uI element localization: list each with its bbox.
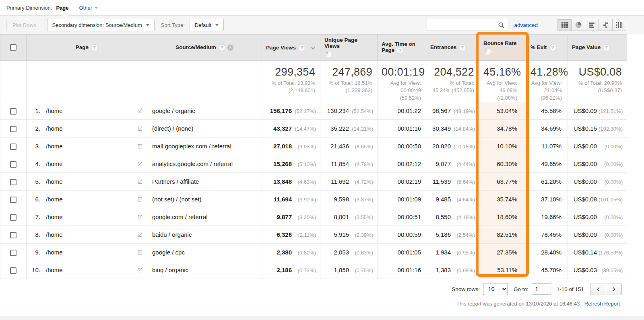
row-checkbox[interactable] bbox=[10, 214, 17, 221]
open-in-new-icon[interactable] bbox=[137, 250, 143, 255]
open-in-new-icon[interactable] bbox=[137, 161, 143, 167]
row-checkbox[interactable] bbox=[10, 250, 17, 256]
open-in-new-icon[interactable] bbox=[137, 197, 143, 202]
view-data-grid-button[interactable] bbox=[557, 19, 572, 31]
unique-page-views-pct: (0.83%) bbox=[349, 250, 373, 256]
entrances-cell: 30,349(14.84%) bbox=[426, 120, 479, 137]
unique-page-views-pct: (4.78%) bbox=[349, 161, 373, 167]
page-views-pct: (4.63%) bbox=[292, 179, 316, 185]
help-icon[interactable] bbox=[459, 44, 466, 51]
header-page-label: Page bbox=[76, 44, 89, 50]
row-checkbox[interactable] bbox=[10, 232, 17, 238]
page-cell: 10. /home bbox=[27, 261, 147, 279]
select-all-cell bbox=[0, 35, 27, 61]
header-page-value[interactable]: Page Value bbox=[568, 35, 627, 61]
help-icon[interactable] bbox=[298, 44, 305, 51]
help-icon[interactable] bbox=[397, 47, 404, 54]
row-checkbox[interactable] bbox=[10, 179, 17, 185]
row-checkbox-cell bbox=[0, 244, 27, 261]
bounce-rate-cell: 63.77% bbox=[479, 173, 526, 191]
help-icon[interactable] bbox=[484, 48, 491, 55]
row-checkbox[interactable] bbox=[10, 126, 17, 132]
percent-exit-cell: 45.58% bbox=[526, 102, 568, 120]
pie-chart-icon bbox=[575, 21, 582, 29]
table-row: 9. /home google / cpc 2,380(0.80%) 2,053… bbox=[0, 244, 627, 261]
header-entrances[interactable]: Entrances bbox=[426, 35, 479, 61]
help-icon[interactable] bbox=[325, 51, 332, 58]
header-avg-time-on-page[interactable]: Avg. Time on Page bbox=[378, 35, 426, 61]
help-icon[interactable] bbox=[549, 44, 556, 51]
page-link[interactable]: /home bbox=[46, 107, 63, 114]
view-percentage-button[interactable] bbox=[571, 19, 585, 31]
header-page-views[interactable]: Page Views bbox=[262, 35, 320, 61]
page-link[interactable]: /home bbox=[46, 267, 63, 273]
percent-exit-cell: 19.66% bbox=[526, 208, 568, 226]
unique-page-views-pct: (14.21%) bbox=[349, 126, 373, 132]
tab-page[interactable]: Page bbox=[56, 5, 68, 11]
sort-descending-icon[interactable] bbox=[310, 45, 316, 51]
next-page-button[interactable] bbox=[606, 283, 622, 295]
page-views-pct: (5.10%) bbox=[292, 161, 316, 167]
primary-dimension-label: Primary Dimension: bbox=[6, 5, 52, 11]
row-checkbox[interactable] bbox=[10, 197, 17, 203]
header-percent-exit[interactable]: % Exit bbox=[526, 35, 568, 61]
sort-type-dropdown[interactable]: Default bbox=[190, 19, 224, 31]
data-grid-icon bbox=[561, 21, 568, 29]
header-page[interactable]: Page bbox=[27, 35, 147, 61]
open-in-new-icon[interactable] bbox=[137, 232, 143, 238]
search-input[interactable] bbox=[427, 19, 494, 31]
page-link[interactable]: /home bbox=[46, 125, 63, 132]
unique-page-views-value: 11,854 bbox=[331, 160, 349, 167]
table-row: 6. /home (not set) / (not set) 11,694(3.… bbox=[0, 191, 627, 208]
go-to-input[interactable] bbox=[532, 283, 551, 295]
header-unique-page-views[interactable]: Unique Page Views bbox=[320, 35, 378, 61]
show-rows-select[interactable]: 10 bbox=[483, 283, 508, 295]
advanced-search-link[interactable]: advanced bbox=[514, 22, 538, 28]
page-link[interactable]: /home bbox=[46, 178, 63, 185]
summary-bounce-rate: 45.16%Avg for View: 46.09% (-2.00%) bbox=[479, 61, 526, 102]
open-in-new-icon[interactable] bbox=[137, 144, 143, 149]
open-in-new-icon[interactable] bbox=[137, 267, 143, 273]
row-rank: 4. bbox=[27, 160, 40, 167]
tab-other[interactable]: Other bbox=[79, 5, 98, 11]
row-checkbox[interactable] bbox=[10, 161, 17, 168]
chevron-left-icon bbox=[596, 287, 601, 292]
help-icon[interactable] bbox=[219, 44, 225, 51]
page-link[interactable]: /home bbox=[46, 160, 63, 167]
page-link[interactable]: /home bbox=[46, 196, 63, 203]
open-in-new-icon[interactable] bbox=[137, 214, 143, 220]
page-link[interactable]: /home bbox=[46, 249, 63, 256]
refresh-report-link[interactable]: Refresh Report bbox=[584, 301, 620, 307]
select-all-checkbox[interactable] bbox=[10, 44, 17, 51]
unique-page-views-pct: (52.54%) bbox=[349, 108, 373, 114]
unique-page-views-pct: (3.55%) bbox=[349, 214, 373, 220]
search-icon bbox=[498, 22, 505, 29]
row-checkbox[interactable] bbox=[10, 144, 17, 150]
page-value-cell: US$0.00(0.00%) bbox=[568, 155, 627, 173]
header-bounce-rate[interactable]: Bounce Rate bbox=[479, 35, 526, 61]
view-pivot-button[interactable] bbox=[612, 19, 626, 31]
view-performance-button[interactable] bbox=[585, 19, 599, 31]
page-views-value: 43,327 bbox=[273, 125, 292, 132]
page-link[interactable]: /home bbox=[46, 213, 63, 220]
page-link[interactable]: /home bbox=[46, 143, 63, 150]
open-in-new-icon[interactable] bbox=[137, 126, 143, 131]
page-cell: 3. /home bbox=[27, 137, 147, 155]
secondary-dimension-dropdown[interactable]: Secondary dimension: Source/Medium bbox=[47, 19, 155, 31]
help-icon[interactable] bbox=[603, 44, 610, 51]
remove-secondary-dimension-icon[interactable] bbox=[227, 45, 233, 51]
open-in-new-icon[interactable] bbox=[137, 179, 143, 185]
row-checkbox[interactable] bbox=[10, 267, 17, 274]
help-icon[interactable] bbox=[91, 44, 98, 51]
page-views-cell: 9,877(3.30%) bbox=[262, 208, 320, 226]
unique-page-views-cell: 130,234(52.54%) bbox=[320, 102, 378, 120]
plot-rows-button[interactable]: Plot Rows bbox=[6, 19, 42, 31]
open-in-new-icon[interactable] bbox=[137, 108, 143, 114]
view-comparison-button[interactable] bbox=[599, 19, 613, 31]
row-checkbox[interactable] bbox=[10, 108, 17, 115]
previous-page-button[interactable] bbox=[590, 283, 606, 295]
header-source-medium[interactable]: Source/Medium bbox=[147, 35, 262, 61]
chevron-down-icon bbox=[146, 24, 149, 26]
search-button[interactable] bbox=[494, 19, 508, 31]
page-link[interactable]: /home bbox=[46, 231, 63, 238]
